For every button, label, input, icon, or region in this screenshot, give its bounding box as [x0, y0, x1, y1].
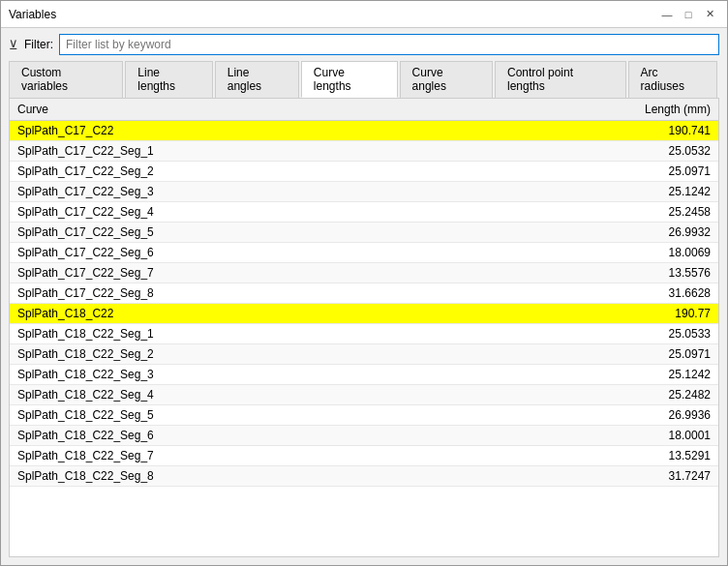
- tab-custom-variables[interactable]: Custom variables: [9, 61, 123, 98]
- length-cell: 190.77: [471, 304, 718, 324]
- length-cell: 26.9936: [471, 405, 718, 426]
- table-row[interactable]: SplPath_C18_C22_Seg_425.2482: [10, 385, 718, 405]
- table-row[interactable]: SplPath_C17_C22_Seg_831.6628: [10, 283, 718, 304]
- curve-cell: SplPath_C17_C22_Seg_2: [10, 162, 471, 182]
- variables-table: Curve Length (mm) SplPath_C17_C22190.741…: [10, 99, 718, 487]
- length-cell: 25.1242: [471, 182, 718, 202]
- length-cell: 25.2458: [471, 202, 718, 223]
- table-row[interactable]: SplPath_C17_C22_Seg_618.0069: [10, 243, 718, 263]
- curve-cell: SplPath_C18_C22_Seg_7: [10, 446, 471, 466]
- tab-curve-angles[interactable]: Curve angles: [400, 61, 493, 98]
- length-cell: 13.5291: [471, 446, 718, 466]
- table-row[interactable]: SplPath_C18_C22_Seg_713.5291: [10, 446, 718, 466]
- tab-line-angles[interactable]: Line angles: [215, 61, 299, 98]
- curve-cell: SplPath_C17_C22_Seg_6: [10, 243, 471, 263]
- table-row[interactable]: SplPath_C17_C22190.741: [10, 121, 718, 141]
- title-bar: Variables — □ ✕: [1, 1, 727, 28]
- table-row[interactable]: SplPath_C17_C22_Seg_125.0532: [10, 141, 718, 162]
- length-cell: 25.0971: [471, 344, 718, 365]
- filter-icon: ⊻: [9, 38, 18, 52]
- curve-cell: SplPath_C18_C22_Seg_6: [10, 426, 471, 446]
- column-header-length: Length (mm): [471, 99, 718, 121]
- length-cell: 190.741: [471, 121, 718, 141]
- table-row[interactable]: SplPath_C18_C22_Seg_325.1242: [10, 365, 718, 385]
- curve-cell: SplPath_C18_C22_Seg_1: [10, 324, 471, 344]
- length-cell: 26.9932: [471, 223, 718, 243]
- title-bar-controls: — □ ✕: [657, 6, 719, 23]
- curve-cell: SplPath_C18_C22_Seg_2: [10, 344, 471, 365]
- table-row[interactable]: SplPath_C17_C22_Seg_526.9932: [10, 223, 718, 243]
- table-row[interactable]: SplPath_C18_C22_Seg_831.7247: [10, 466, 718, 487]
- length-cell: 25.0971: [471, 162, 718, 182]
- table-row[interactable]: SplPath_C18_C22_Seg_125.0533: [10, 324, 718, 344]
- length-cell: 18.0069: [471, 243, 718, 263]
- table-row[interactable]: SplPath_C18_C22_Seg_526.9936: [10, 405, 718, 426]
- content-area: Curve Length (mm) SplPath_C17_C22190.741…: [9, 98, 719, 557]
- length-cell: 18.0001: [471, 426, 718, 446]
- tab-curve-lengths[interactable]: Curve lengths: [301, 61, 398, 98]
- length-cell: 25.0532: [471, 141, 718, 162]
- length-cell: 31.6628: [471, 283, 718, 304]
- main-window: Variables — □ ✕ ⊻ Filter: Custom variabl…: [0, 0, 728, 566]
- minimize-button[interactable]: —: [657, 6, 677, 23]
- filter-bar: ⊻ Filter:: [1, 28, 727, 61]
- filter-input[interactable]: [59, 34, 719, 55]
- table-row[interactable]: SplPath_C17_C22_Seg_713.5576: [10, 263, 718, 283]
- tab-line-lengths[interactable]: Line lengths: [125, 61, 212, 98]
- table-row[interactable]: SplPath_C18_C22_Seg_618.0001: [10, 426, 718, 446]
- curve-cell: SplPath_C17_C22_Seg_3: [10, 182, 471, 202]
- curve-cell: SplPath_C17_C22_Seg_5: [10, 223, 471, 243]
- close-button[interactable]: ✕: [700, 6, 719, 23]
- length-cell: 25.0533: [471, 324, 718, 344]
- curve-cell: SplPath_C18_C22_Seg_3: [10, 365, 471, 385]
- table-row[interactable]: SplPath_C18_C22190.77: [10, 304, 718, 324]
- table-row[interactable]: SplPath_C18_C22_Seg_225.0971: [10, 344, 718, 365]
- tab-arc-radiuses[interactable]: Arc radiuses: [628, 61, 717, 98]
- curve-cell: SplPath_C18_C22_Seg_4: [10, 385, 471, 405]
- curve-cell: SplPath_C17_C22_Seg_7: [10, 263, 471, 283]
- column-header-curve: Curve: [10, 99, 471, 121]
- length-cell: 25.2482: [471, 385, 718, 405]
- tab-bar: Custom variablesLine lengthsLine anglesC…: [1, 61, 727, 98]
- curve-cell: SplPath_C18_C22_Seg_5: [10, 405, 471, 426]
- curve-cell: SplPath_C17_C22_Seg_8: [10, 283, 471, 304]
- table-container: Curve Length (mm) SplPath_C17_C22190.741…: [10, 99, 718, 556]
- table-row[interactable]: SplPath_C17_C22_Seg_325.1242: [10, 182, 718, 202]
- length-cell: 13.5576: [471, 263, 718, 283]
- tab-control-point-lengths[interactable]: Control point lengths: [495, 61, 626, 98]
- curve-cell: SplPath_C18_C22_Seg_8: [10, 466, 471, 487]
- window-title: Variables: [9, 8, 657, 21]
- curve-cell: SplPath_C17_C22_Seg_4: [10, 202, 471, 223]
- curve-cell: SplPath_C17_C22_Seg_1: [10, 141, 471, 162]
- maximize-button[interactable]: □: [679, 6, 698, 23]
- curve-cell: SplPath_C17_C22: [10, 121, 471, 141]
- table-row[interactable]: SplPath_C17_C22_Seg_425.2458: [10, 202, 718, 223]
- curve-cell: SplPath_C18_C22: [10, 304, 471, 324]
- table-row[interactable]: SplPath_C17_C22_Seg_225.0971: [10, 162, 718, 182]
- filter-label: Filter:: [24, 38, 53, 51]
- length-cell: 31.7247: [471, 466, 718, 487]
- length-cell: 25.1242: [471, 365, 718, 385]
